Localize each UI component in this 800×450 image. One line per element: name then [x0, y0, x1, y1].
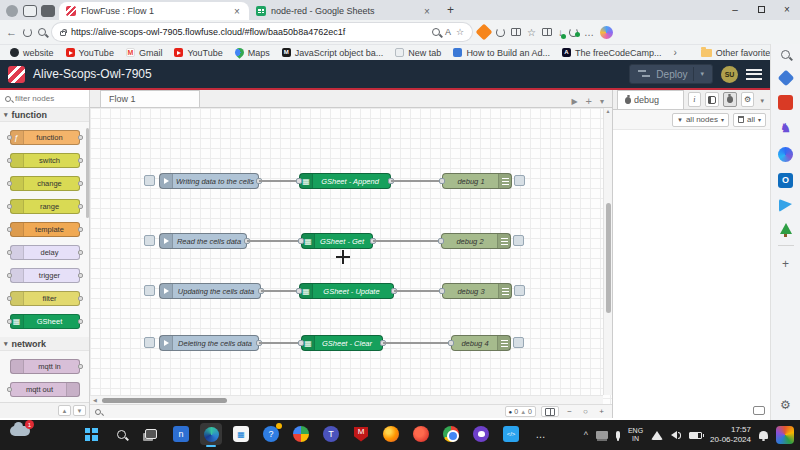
bookmark-maps[interactable]: Maps: [235, 48, 270, 58]
zoom-out-button[interactable]: −: [564, 407, 575, 416]
teams-button[interactable]: T: [320, 423, 342, 445]
mcafee-button[interactable]: M: [350, 423, 372, 445]
github-desktop-button[interactable]: [470, 423, 492, 445]
metamask-icon[interactable]: [476, 24, 493, 41]
input-port[interactable]: [448, 340, 454, 346]
horizontal-scrollbar[interactable]: ◀: [90, 395, 603, 404]
inject-node[interactable]: Read the cells data: [159, 233, 247, 249]
palette-node-mqtt-out[interactable]: mqtt out: [10, 382, 80, 397]
main-menu-icon[interactable]: [746, 69, 762, 80]
vertical-scrollbar[interactable]: ▲: [603, 108, 612, 395]
app-red-button[interactable]: [410, 423, 432, 445]
microphone-icon[interactable]: [616, 431, 620, 439]
maximize-button[interactable]: [748, 0, 774, 18]
flow-canvas[interactable]: Writing data to the cells ▦GSheet - Appe…: [90, 108, 612, 418]
copilot-sidebar-icon[interactable]: [778, 147, 793, 162]
palette-node-range[interactable]: range: [10, 199, 80, 214]
palette-node-mqtt-in[interactable]: mqtt in: [10, 359, 80, 374]
browser-essentials-icon[interactable]: [569, 28, 578, 37]
scrollbar-thumb[interactable]: [606, 203, 611, 313]
collapse-all-button[interactable]: ▲: [58, 405, 71, 416]
battery-icon[interactable]: [689, 432, 702, 439]
url-text[interactable]: https://alive-scops-owl-7905.flowfuse.cl…: [71, 27, 427, 37]
workspaces-icon[interactable]: [23, 5, 37, 17]
scrollbar-thumb[interactable]: [102, 398, 227, 403]
palette-search[interactable]: [0, 90, 89, 108]
input-port[interactable]: [439, 178, 445, 184]
chrome-button[interactable]: [440, 423, 462, 445]
add-flow-button[interactable]: +: [586, 95, 592, 107]
debug-tab-button[interactable]: [723, 92, 737, 107]
split-screen-icon[interactable]: [511, 28, 521, 36]
edge-browser-button[interactable]: [200, 423, 222, 445]
app-blue-button[interactable]: n: [170, 423, 192, 445]
vertical-tabs-icon[interactable]: [41, 5, 55, 17]
tab-flow-1[interactable]: Flow 1: [100, 90, 200, 107]
user-avatar[interactable]: SU: [721, 66, 738, 83]
palette-category-network[interactable]: ▾ network: [0, 337, 89, 351]
debug-node[interactable]: debug 2: [441, 233, 511, 249]
downloads-icon[interactable]: ↓: [558, 27, 563, 38]
bookmark-how-to-build[interactable]: How to Build an Ad...: [453, 48, 550, 58]
zoom-reset-button[interactable]: ○: [580, 407, 591, 416]
debug-node[interactable]: debug 4: [451, 335, 511, 351]
start-button[interactable]: [80, 423, 102, 445]
palette-node-delay[interactable]: delay: [10, 245, 80, 260]
bookmark-youtube[interactable]: YouTube: [66, 48, 114, 58]
other-favorites-button[interactable]: Other favorites: [701, 48, 775, 58]
palette-node-function[interactable]: ƒfunction: [10, 130, 80, 145]
open-debug-window-icon[interactable]: [753, 406, 765, 415]
scroll-up-icon[interactable]: ▲: [606, 108, 611, 114]
read-aloud-icon[interactable]: A: [445, 27, 451, 37]
debug-node[interactable]: debug 3: [442, 283, 512, 299]
bookmark-website[interactable]: website: [10, 48, 54, 58]
debug-messages[interactable]: [613, 130, 770, 402]
corner-widget-icon[interactable]: [776, 426, 794, 444]
inject-node[interactable]: Deleting the cells data: [159, 335, 259, 351]
input-port[interactable]: [296, 288, 302, 294]
info-tab-button[interactable]: i: [688, 92, 702, 107]
address-bar[interactable]: https://alive-scops-owl-7905.flowfuse.cl…: [52, 23, 472, 41]
scroll-tabs-icon[interactable]: ▶: [571, 97, 577, 106]
settings-menu-icon[interactable]: …: [584, 27, 594, 38]
favorites-bar-icon[interactable]: ☆: [527, 27, 536, 38]
tray-app-icon[interactable]: [596, 431, 608, 439]
palette-scroll[interactable]: ▾ function ƒfunction switch change range…: [0, 108, 89, 402]
palette-node-switch[interactable]: switch: [10, 153, 80, 168]
task-view-button[interactable]: [140, 423, 162, 445]
refresh-button[interactable]: [23, 28, 32, 37]
favorite-star-icon[interactable]: ☆: [456, 27, 464, 37]
palette-node-change[interactable]: change: [10, 176, 80, 191]
expand-all-button[interactable]: ▼: [73, 405, 86, 416]
extension-icon[interactable]: [496, 28, 505, 37]
config-tab-button[interactable]: ⚙: [741, 92, 755, 107]
bookmarks-overflow-icon[interactable]: ›: [673, 47, 676, 58]
search-flows-icon[interactable]: [95, 409, 101, 415]
clock[interactable]: 17:57 20-06-2024: [710, 425, 751, 445]
gsheet-node[interactable]: ▦GSheet - Append: [299, 173, 391, 189]
bookmark-gmail[interactable]: MGmail: [126, 48, 163, 58]
taskbar-overflow-button[interactable]: …: [530, 423, 552, 445]
palette-scrollbar[interactable]: [86, 128, 89, 218]
input-port[interactable]: [438, 238, 444, 244]
volume-icon[interactable]: [671, 431, 681, 439]
palette-node-trigger[interactable]: trigger: [10, 268, 80, 283]
firefox-button[interactable]: [380, 423, 402, 445]
vscode-button[interactable]: </>: [500, 423, 522, 445]
drop-icon[interactable]: [779, 199, 792, 212]
new-tab-button[interactable]: +: [447, 3, 454, 17]
add-sidebar-app-icon[interactable]: +: [782, 257, 789, 271]
debug-toggle-button[interactable]: [514, 285, 525, 296]
sidebar-menu-icon[interactable]: ▾: [760, 97, 764, 105]
quick-assist-button[interactable]: ?: [260, 423, 282, 445]
close-tab-icon[interactable]: ×: [422, 6, 432, 17]
input-port[interactable]: [296, 178, 302, 184]
tools-icon[interactable]: [778, 95, 793, 110]
input-port[interactable]: [298, 340, 304, 346]
games-icon[interactable]: ♞: [778, 121, 793, 136]
minimap-button[interactable]: [541, 406, 559, 417]
debug-toggle-button[interactable]: [514, 175, 525, 186]
bookmark-freecodecamp[interactable]: AThe freeCodeCamp...: [562, 48, 662, 58]
wifi-icon[interactable]: [651, 431, 663, 440]
palette-node-gsheet[interactable]: ▦GSheet: [10, 314, 80, 329]
